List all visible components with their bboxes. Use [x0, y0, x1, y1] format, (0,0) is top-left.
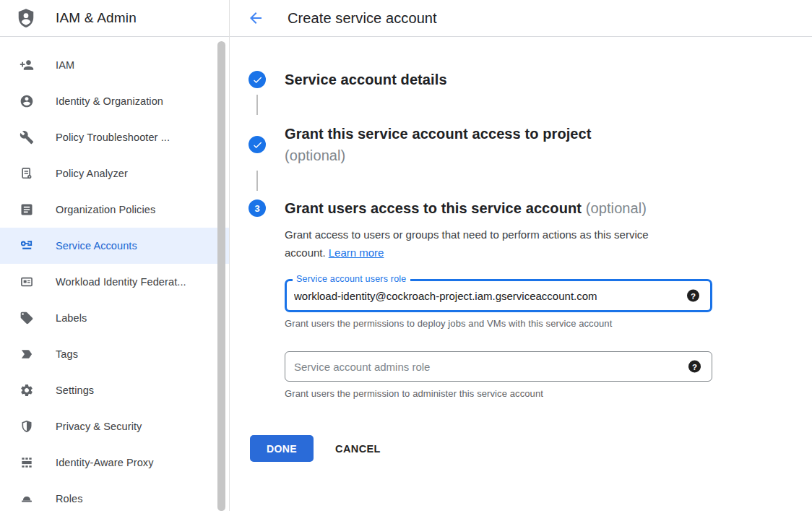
- check-icon: [252, 139, 263, 150]
- step-1-complete-icon: [249, 71, 266, 88]
- sidebar-item-label: Labels: [56, 312, 87, 324]
- sidebar-item-workload-identity-federation[interactable]: Workload Identity Federat...: [0, 264, 229, 300]
- step-1-title: Service account details: [285, 69, 447, 90]
- back-button[interactable]: [247, 9, 264, 27]
- step-2-header[interactable]: Grant this service account access to pro…: [249, 123, 812, 166]
- sidebar-item-label: IAM: [56, 59, 74, 71]
- admins-role-input[interactable]: [285, 361, 665, 373]
- step-3-number-badge: 3: [249, 199, 266, 217]
- account-circle-icon: [20, 94, 34, 108]
- step-2-title-text: Grant this service account access to pro…: [285, 126, 592, 142]
- admins-role-field[interactable]: ?: [285, 351, 712, 382]
- product-title: IAM & Admin: [56, 10, 137, 26]
- sidebar-item-policy-analyzer[interactable]: Policy Analyzer: [0, 155, 229, 192]
- sidebar-item-label: Identity & Organization: [56, 95, 163, 107]
- step-1-header[interactable]: Service account details: [249, 69, 812, 90]
- step-3-header: 3 Grant users access to this service acc…: [249, 197, 812, 219]
- sidebar-item-privacy-security[interactable]: Privacy & Security: [0, 408, 229, 445]
- step-3-number: 3: [254, 203, 259, 214]
- app-window: IAM & Admin IAM Identity & Organization …: [0, 0, 812, 511]
- cancel-button[interactable]: CANCEL: [335, 443, 381, 455]
- sidebar-item-label: Policy Analyzer: [56, 168, 128, 179]
- sidebar-item-policy-troubleshooter[interactable]: Policy Troubleshooter ...: [0, 119, 229, 155]
- users-role-input[interactable]: [287, 290, 664, 302]
- sidebar: IAM & Admin IAM Identity & Organization …: [0, 0, 230, 511]
- shield-half-icon: [20, 419, 34, 434]
- sidebar-item-label: Policy Troubleshooter ...: [56, 132, 170, 143]
- step-3-description: Grant access to users or groups that nee…: [285, 226, 696, 262]
- sidebar-item-label: Workload Identity Federat...: [56, 276, 186, 288]
- sidebar-header: IAM & Admin: [0, 0, 229, 37]
- service-account-icon: [20, 239, 34, 253]
- wrench-icon: [20, 130, 34, 145]
- proxy-icon: [20, 455, 34, 470]
- stepper-content: Service account details Grant this servi…: [230, 37, 812, 462]
- sidebar-item-tags[interactable]: Tags: [0, 336, 229, 372]
- sidebar-item-label: Identity-Aware Proxy: [56, 457, 154, 468]
- sidebar-item-roles[interactable]: Roles: [0, 481, 229, 511]
- step-3-optional-label: (optional): [586, 200, 647, 216]
- step-3-title-text: Grant users access to this service accou…: [285, 200, 582, 216]
- sidebar-item-identity-organization[interactable]: Identity & Organization: [0, 83, 229, 119]
- users-role-field[interactable]: Service account users role ?: [285, 279, 712, 312]
- sidebar-scrollbar[interactable]: [217, 41, 225, 511]
- step-2-title: Grant this service account access to pro…: [285, 123, 592, 166]
- sidebar-item-organization-policies[interactable]: Organization Policies: [0, 192, 229, 228]
- users-role-helper-text: Grant users the permissions to deploy jo…: [285, 318, 812, 329]
- article-icon: [20, 202, 34, 217]
- step-3-optional-text: (optional): [586, 200, 647, 216]
- done-button[interactable]: DONE: [250, 435, 314, 462]
- form-actions: DONE CANCEL: [250, 435, 812, 462]
- sidebar-item-labels[interactable]: Labels: [0, 300, 229, 336]
- sidebar-item-label: Settings: [56, 385, 94, 396]
- badge-icon: [20, 275, 34, 289]
- step-3-body: Grant access to users or groups that nee…: [285, 226, 812, 462]
- main-panel: Create service account Service account d…: [230, 0, 812, 511]
- sidebar-item-iam[interactable]: IAM: [0, 47, 229, 83]
- arrow-back-icon: [247, 9, 264, 27]
- sidebar-item-label: Service Accounts: [56, 240, 137, 252]
- page-header: Create service account: [230, 0, 812, 37]
- help-icon[interactable]: ?: [688, 361, 701, 373]
- hat-icon: [20, 491, 34, 506]
- sidebar-item-label: Roles: [56, 493, 83, 504]
- iam-shield-icon: [15, 7, 37, 29]
- page-title: Create service account: [288, 10, 437, 27]
- sidebar-nav: IAM Identity & Organization Policy Troub…: [0, 37, 229, 511]
- step-connector: [256, 95, 258, 115]
- check-icon: [252, 74, 263, 85]
- users-role-label: Service account users role: [293, 274, 410, 284]
- label-important-icon: [20, 347, 34, 361]
- sidebar-item-label: Privacy & Security: [56, 421, 142, 432]
- sidebar-item-settings[interactable]: Settings: [0, 372, 229, 408]
- sidebar-item-label: Organization Policies: [56, 204, 155, 215]
- learn-more-link[interactable]: Learn more: [329, 246, 384, 259]
- step-3-title: Grant users access to this service accou…: [285, 197, 647, 219]
- help-icon[interactable]: ?: [687, 290, 699, 302]
- sidebar-item-label: Tags: [56, 348, 78, 360]
- person-add-icon: [20, 58, 34, 72]
- admins-role-helper-text: Grant users the permission to administer…: [285, 388, 812, 399]
- label-icon: [20, 311, 34, 325]
- step-connector: [256, 171, 258, 191]
- sidebar-item-identity-aware-proxy[interactable]: Identity-Aware Proxy: [0, 445, 229, 481]
- policy-analyzer-icon: [20, 166, 34, 181]
- step-2-complete-icon: [249, 136, 266, 153]
- gear-icon: [20, 383, 34, 398]
- sidebar-item-service-accounts[interactable]: Service Accounts: [0, 228, 229, 264]
- step-2-optional-label: (optional): [285, 145, 592, 166]
